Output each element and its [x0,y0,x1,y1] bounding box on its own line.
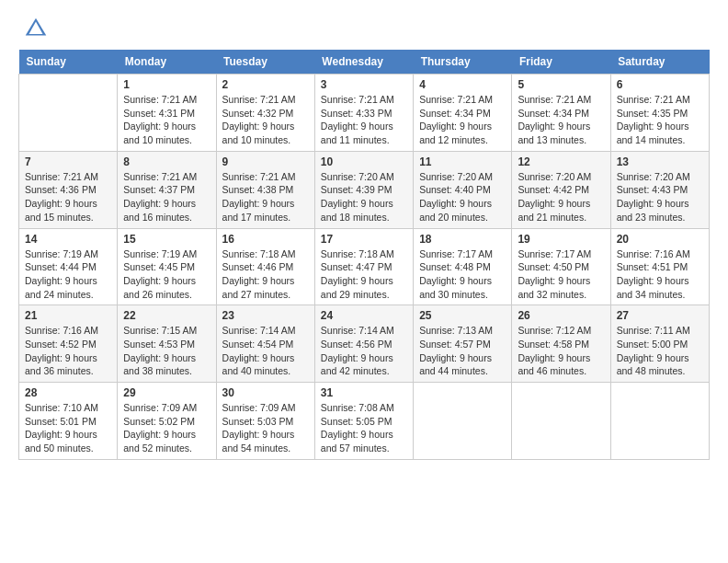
header-day: Monday [118,50,216,75]
day-number: 5 [518,78,604,91]
calendar-cell [414,383,512,460]
calendar-cell: 14Sunrise: 7:19 AM Sunset: 4:44 PM Dayli… [19,228,118,305]
calendar-cell: 4Sunrise: 7:21 AM Sunset: 4:34 PM Daylig… [414,75,512,152]
day-number: 30 [222,386,309,399]
calendar-cell: 6Sunrise: 7:21 AM Sunset: 4:35 PM Daylig… [610,75,709,152]
day-info: Sunrise: 7:16 AM Sunset: 4:52 PM Dayligh… [25,324,111,378]
calendar-cell: 13Sunrise: 7:20 AM Sunset: 4:43 PM Dayli… [610,151,709,228]
day-info: Sunrise: 7:17 AM Sunset: 4:50 PM Dayligh… [518,247,604,302]
header-day: Saturday [610,50,709,75]
day-number: 20 [617,233,703,246]
day-number: 31 [321,386,407,399]
day-info: Sunrise: 7:21 AM Sunset: 4:35 PM Dayligh… [617,93,703,147]
day-info: Sunrise: 7:21 AM Sunset: 4:38 PM Dayligh… [222,170,309,224]
day-info: Sunrise: 7:20 AM Sunset: 4:42 PM Dayligh… [518,170,604,224]
day-number: 1 [123,78,210,91]
day-number: 3 [321,78,407,91]
calendar-cell: 3Sunrise: 7:21 AM Sunset: 4:33 PM Daylig… [314,75,413,152]
day-number: 28 [25,386,111,399]
day-number: 23 [222,309,309,322]
calendar-cell: 17Sunrise: 7:18 AM Sunset: 4:47 PM Dayli… [314,228,413,305]
calendar-cell: 8Sunrise: 7:21 AM Sunset: 4:37 PM Daylig… [118,151,216,228]
day-info: Sunrise: 7:13 AM Sunset: 4:57 PM Dayligh… [419,324,506,378]
calendar-cell: 19Sunrise: 7:17 AM Sunset: 4:50 PM Dayli… [512,228,610,305]
calendar-cell: 29Sunrise: 7:09 AM Sunset: 5:02 PM Dayli… [118,383,216,460]
calendar-cell [512,383,610,460]
calendar-cell: 26Sunrise: 7:12 AM Sunset: 4:58 PM Dayli… [512,305,610,383]
calendar-cell: 15Sunrise: 7:19 AM Sunset: 4:45 PM Dayli… [118,228,216,305]
day-info: Sunrise: 7:21 AM Sunset: 4:37 PM Dayligh… [123,170,210,224]
calendar-header: SundayMondayTuesdayWednesdayThursdayFrid… [19,50,710,75]
calendar-cell: 22Sunrise: 7:15 AM Sunset: 4:53 PM Dayli… [118,305,216,383]
day-number: 11 [419,155,506,168]
calendar-week: 7Sunrise: 7:21 AM Sunset: 4:36 PM Daylig… [19,151,710,228]
day-number: 14 [25,233,111,246]
day-info: Sunrise: 7:21 AM Sunset: 4:32 PM Dayligh… [222,93,309,147]
calendar-week: 28Sunrise: 7:10 AM Sunset: 5:01 PM Dayli… [19,383,710,460]
day-number: 15 [123,233,210,246]
day-number: 24 [321,309,407,322]
day-info: Sunrise: 7:21 AM Sunset: 4:34 PM Dayligh… [419,93,506,147]
day-info: Sunrise: 7:12 AM Sunset: 4:58 PM Dayligh… [518,324,604,378]
calendar-cell: 1Sunrise: 7:21 AM Sunset: 4:31 PM Daylig… [118,75,216,152]
day-info: Sunrise: 7:10 AM Sunset: 5:01 PM Dayligh… [25,401,111,455]
day-number: 2 [222,78,309,91]
calendar-cell: 21Sunrise: 7:16 AM Sunset: 4:52 PM Dayli… [19,305,118,383]
day-info: Sunrise: 7:18 AM Sunset: 4:46 PM Dayligh… [222,247,309,302]
day-info: Sunrise: 7:20 AM Sunset: 4:43 PM Dayligh… [617,170,703,224]
day-info: Sunrise: 7:21 AM Sunset: 4:33 PM Dayligh… [321,93,407,147]
header-day: Friday [512,50,610,75]
calendar-cell: 23Sunrise: 7:14 AM Sunset: 4:54 PM Dayli… [216,305,314,383]
day-info: Sunrise: 7:20 AM Sunset: 4:40 PM Dayligh… [419,170,506,224]
page-header [18,15,710,42]
header-day: Thursday [414,50,512,75]
day-info: Sunrise: 7:21 AM Sunset: 4:31 PM Dayligh… [123,93,210,147]
day-info: Sunrise: 7:20 AM Sunset: 4:39 PM Dayligh… [321,170,407,224]
day-info: Sunrise: 7:19 AM Sunset: 4:44 PM Dayligh… [25,247,111,302]
calendar-cell: 25Sunrise: 7:13 AM Sunset: 4:57 PM Dayli… [414,305,512,383]
day-number: 16 [222,233,309,246]
calendar-body: 1Sunrise: 7:21 AM Sunset: 4:31 PM Daylig… [19,75,710,460]
calendar-cell: 16Sunrise: 7:18 AM Sunset: 4:46 PM Dayli… [216,228,314,305]
day-number: 22 [123,309,210,322]
calendar-cell: 12Sunrise: 7:20 AM Sunset: 4:42 PM Dayli… [512,151,610,228]
calendar-cell: 7Sunrise: 7:21 AM Sunset: 4:36 PM Daylig… [19,151,118,228]
day-info: Sunrise: 7:18 AM Sunset: 4:47 PM Dayligh… [321,247,407,302]
calendar-cell: 9Sunrise: 7:21 AM Sunset: 4:38 PM Daylig… [216,151,314,228]
calendar-cell [610,383,709,460]
header-day: Tuesday [216,50,314,75]
day-number: 26 [518,309,604,322]
logo-icon [22,15,50,42]
header-day: Wednesday [314,50,413,75]
day-info: Sunrise: 7:21 AM Sunset: 4:36 PM Dayligh… [25,170,111,224]
calendar-cell: 11Sunrise: 7:20 AM Sunset: 4:40 PM Dayli… [414,151,512,228]
day-info: Sunrise: 7:16 AM Sunset: 4:51 PM Dayligh… [617,247,703,302]
day-info: Sunrise: 7:19 AM Sunset: 4:45 PM Dayligh… [123,247,210,302]
day-info: Sunrise: 7:09 AM Sunset: 5:02 PM Dayligh… [123,401,210,455]
day-number: 18 [419,233,506,246]
calendar-cell: 18Sunrise: 7:17 AM Sunset: 4:48 PM Dayli… [414,228,512,305]
day-info: Sunrise: 7:17 AM Sunset: 4:48 PM Dayligh… [419,247,506,302]
day-number: 19 [518,233,604,246]
day-info: Sunrise: 7:08 AM Sunset: 5:05 PM Dayligh… [321,401,407,455]
header-row: SundayMondayTuesdayWednesdayThursdayFrid… [19,50,710,75]
calendar-table: SundayMondayTuesdayWednesdayThursdayFrid… [18,50,710,460]
day-number: 4 [419,78,506,91]
day-number: 27 [617,309,703,322]
calendar-cell: 20Sunrise: 7:16 AM Sunset: 4:51 PM Dayli… [610,228,709,305]
day-number: 10 [321,155,407,168]
day-info: Sunrise: 7:15 AM Sunset: 4:53 PM Dayligh… [123,324,210,378]
day-info: Sunrise: 7:21 AM Sunset: 4:34 PM Dayligh… [518,93,604,147]
day-info: Sunrise: 7:09 AM Sunset: 5:03 PM Dayligh… [222,401,309,455]
day-number: 9 [222,155,309,168]
day-info: Sunrise: 7:14 AM Sunset: 4:56 PM Dayligh… [321,324,407,378]
logo [18,15,50,42]
header-day: Sunday [19,50,118,75]
day-info: Sunrise: 7:14 AM Sunset: 4:54 PM Dayligh… [222,324,309,378]
day-number: 6 [617,78,703,91]
day-number: 7 [25,155,111,168]
day-info: Sunrise: 7:11 AM Sunset: 5:00 PM Dayligh… [617,324,703,378]
day-number: 29 [123,386,210,399]
calendar-cell: 30Sunrise: 7:09 AM Sunset: 5:03 PM Dayli… [216,383,314,460]
day-number: 17 [321,233,407,246]
